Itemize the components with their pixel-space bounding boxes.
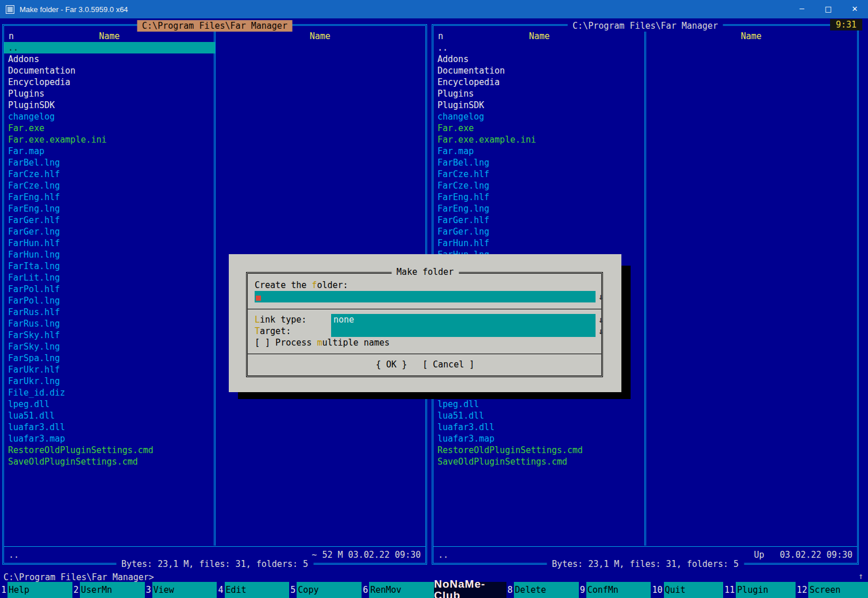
- fkey-6[interactable]: 6RenMov: [362, 582, 434, 598]
- file-row[interactable]: Addons: [433, 53, 646, 65]
- fkey-9[interactable]: 9ConfMn: [579, 582, 651, 598]
- file-row[interactable]: FarLit.lng: [4, 272, 215, 283]
- fkey-2[interactable]: 2UserMn: [72, 582, 145, 598]
- file-row[interactable]: FarUkr.hlf: [4, 364, 215, 375]
- file-row[interactable]: SaveOldPluginSettings.cmd: [433, 456, 646, 467]
- fkey-number: 4: [217, 582, 224, 598]
- file-row[interactable]: Plugins: [433, 88, 646, 99]
- fkey-11[interactable]: 11Plugin: [723, 582, 796, 598]
- file-row[interactable]: luafar3.map: [4, 433, 215, 444]
- file-row[interactable]: FarCze.lng: [433, 180, 646, 191]
- file-row[interactable]: lpeg.dll: [433, 398, 646, 410]
- file-row[interactable]: Far.exe.example.ini: [433, 134, 646, 145]
- fkey-12[interactable]: 12Screen: [796, 582, 868, 598]
- file-row[interactable]: PluginSDK: [433, 99, 646, 111]
- file-row[interactable]: FarEng.hlf: [433, 191, 646, 203]
- combo-dropdown-icon[interactable]: ↓: [597, 314, 605, 325]
- fkey-label[interactable]: Help: [7, 582, 72, 598]
- file-row[interactable]: FarPol.hlf: [4, 283, 215, 295]
- minimize-button[interactable]: ─: [789, 0, 815, 18]
- close-button[interactable]: ✕: [842, 0, 868, 18]
- file-row[interactable]: FarBel.lng: [4, 157, 215, 168]
- file-row[interactable]: FarGer.lng: [4, 226, 215, 237]
- fkey-label[interactable]: Screen: [808, 582, 868, 598]
- target-input[interactable]: [331, 325, 596, 337]
- fkey-label[interactable]: Edit: [225, 582, 290, 598]
- file-row[interactable]: Far.map: [4, 145, 215, 157]
- file-row[interactable]: Far.exe: [433, 122, 646, 134]
- file-row[interactable]: FarGer.hlf: [4, 214, 215, 226]
- file-row[interactable]: changelog: [4, 111, 215, 122]
- cancel-button[interactable]: [ Cancel ]: [423, 359, 474, 370]
- process-multiple-checkbox[interactable]: [ ] Process multiple names: [255, 337, 390, 348]
- file-row[interactable]: FarCze.lng: [4, 180, 215, 191]
- folder-name-input[interactable]: [255, 291, 596, 302]
- file-row[interactable]: FarGer.lng: [433, 226, 646, 237]
- file-row[interactable]: RestoreOldPluginSettings.cmd: [4, 444, 215, 456]
- file-row[interactable]: FarRus.lng: [4, 318, 215, 329]
- history-dropdown-icon[interactable]: ↓: [597, 291, 605, 302]
- file-row[interactable]: lua51.dll: [433, 410, 646, 421]
- fkey-10[interactable]: 10Quit: [651, 582, 723, 598]
- file-row[interactable]: Far.exe: [4, 122, 215, 134]
- command-line[interactable]: C:\Program Files\Far Manager>: [3, 572, 851, 583]
- left-panel-path[interactable]: C:\Program Files\Far Manager: [137, 20, 293, 32]
- fkey-3[interactable]: 3View: [145, 582, 217, 598]
- file-row[interactable]: Encyclopedia: [433, 76, 646, 88]
- file-row[interactable]: SaveOldPluginSettings.cmd: [4, 456, 215, 467]
- file-row[interactable]: lua51.dll: [4, 410, 215, 421]
- file-row[interactable]: Far.exe.example.ini: [4, 134, 215, 145]
- file-row[interactable]: Documentation: [433, 65, 646, 76]
- file-row[interactable]: FarSpa.lng: [4, 352, 215, 364]
- fkey-label[interactable]: Quit: [664, 582, 724, 598]
- file-row[interactable]: FarIta.lng: [4, 260, 215, 272]
- file-row[interactable]: FarUkr.lng: [4, 375, 215, 387]
- file-row[interactable]: luafar3.map: [433, 433, 646, 444]
- file-row[interactable]: ..: [433, 42, 646, 53]
- right-panel-path[interactable]: C:\Program Files\Far Manager: [567, 20, 723, 32]
- file-row[interactable]: FarBel.lng: [433, 157, 646, 168]
- ok-button[interactable]: { OK }: [376, 359, 407, 370]
- history-up-icon[interactable]: ↑: [858, 570, 863, 582]
- link-type-select[interactable]: none: [331, 314, 596, 325]
- fkey-label[interactable]: ConfMn: [586, 582, 651, 598]
- file-row[interactable]: Documentation: [4, 65, 215, 76]
- file-row[interactable]: FarHun.lng: [4, 249, 215, 260]
- file-row[interactable]: changelog: [433, 111, 646, 122]
- file-row[interactable]: Far.map: [433, 145, 646, 157]
- file-row[interactable]: File_id.diz: [4, 387, 215, 398]
- fkey-label[interactable]: Plugin: [736, 582, 796, 598]
- file-row[interactable]: FarEng.hlf: [4, 191, 215, 203]
- file-row[interactable]: FarHun.hlf: [4, 237, 215, 249]
- fkey-1[interactable]: 1Help: [0, 582, 72, 598]
- file-row[interactable]: FarCze.hlf: [433, 168, 646, 180]
- file-row[interactable]: Encyclopedia: [4, 76, 215, 88]
- file-row[interactable]: FarGer.hlf: [433, 214, 646, 226]
- fkey-5[interactable]: 5Copy: [289, 582, 362, 598]
- file-row[interactable]: PluginSDK: [4, 99, 215, 111]
- file-row[interactable]: FarPol.lng: [4, 295, 215, 306]
- history-dropdown-icon[interactable]: ↓: [597, 325, 605, 337]
- file-row[interactable]: Addons: [4, 53, 215, 65]
- file-row[interactable]: luafar3.dll: [433, 421, 646, 433]
- file-row[interactable]: FarCze.hlf: [4, 168, 215, 180]
- file-row[interactable]: FarEng.lng: [433, 203, 646, 214]
- file-row[interactable]: ..: [4, 42, 215, 53]
- file-row[interactable]: RestoreOldPluginSettings.cmd: [433, 444, 646, 456]
- fkey-label[interactable]: UserMn: [80, 582, 145, 598]
- fkey-label[interactable]: RenMov: [369, 582, 434, 598]
- file-row[interactable]: FarEng.lng: [4, 203, 215, 214]
- fkey-8[interactable]: 8Delete: [506, 582, 579, 598]
- fkey-4[interactable]: 4Edit: [217, 582, 289, 598]
- maximize-button[interactable]: □: [815, 0, 842, 18]
- fkey-label[interactable]: Delete: [514, 582, 579, 598]
- file-row[interactable]: FarSky.hlf: [4, 329, 215, 341]
- file-row[interactable]: FarSky.lng: [4, 341, 215, 352]
- file-row[interactable]: Plugins: [4, 88, 215, 99]
- file-row[interactable]: luafar3.dll: [4, 421, 215, 433]
- file-row[interactable]: lpeg.dll: [4, 398, 215, 410]
- file-row[interactable]: FarRus.hlf: [4, 306, 215, 318]
- fkey-label[interactable]: View: [152, 582, 217, 598]
- file-row[interactable]: FarHun.hlf: [433, 237, 646, 249]
- fkey-label[interactable]: Copy: [297, 582, 362, 598]
